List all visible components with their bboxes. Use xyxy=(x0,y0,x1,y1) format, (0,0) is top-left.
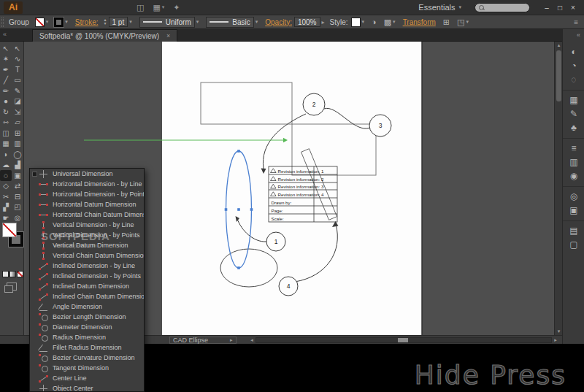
paintbrush-tool[interactable]: ✏ xyxy=(0,85,12,96)
brushes-panel[interactable]: ✎ xyxy=(563,107,584,120)
graphic-styles-panel[interactable]: ▣ xyxy=(563,203,584,217)
chevron-down-icon[interactable]: ▾ xyxy=(129,19,132,25)
menu-option[interactable]: Inclined Chain Datum Dimension xyxy=(30,291,144,301)
rotate-tool[interactable]: ↻ xyxy=(0,107,12,118)
color-panel[interactable]: ◐ xyxy=(563,45,584,58)
isolate-icon[interactable]: ◳ xyxy=(457,18,464,27)
maximize-button[interactable]: □ xyxy=(553,2,566,12)
column-graph-tool[interactable]: ▟ xyxy=(12,160,23,171)
menu-option[interactable]: Horizontal Datum Dimension xyxy=(30,199,144,210)
type-tool[interactable]: T xyxy=(12,64,23,75)
menu-option[interactable]: Radius Dimension xyxy=(30,332,144,342)
fill-color-swatch[interactable] xyxy=(35,18,45,27)
scissors-tool[interactable]: ✂ xyxy=(0,191,12,202)
appearance-panel[interactable]: ◎ xyxy=(563,186,584,203)
pattern-options-panel[interactable]: ◌ xyxy=(563,72,584,86)
chevron-down-icon[interactable]: ▾ xyxy=(46,19,49,25)
chevron-down-icon[interactable]: ▾ xyxy=(256,19,258,25)
scroll-left-icon[interactable]: ◂ xyxy=(248,337,256,343)
menu-option[interactable]: Inclined Dimension - by Line xyxy=(30,261,144,271)
stepper-down-icon[interactable]: ▾ xyxy=(104,22,107,26)
cad-dimension-tool[interactable]: ◌ xyxy=(0,170,12,181)
pencil-tool[interactable]: ✎ xyxy=(12,85,23,96)
artboards-panel[interactable]: ▢ xyxy=(563,237,584,251)
stroke-weight-input[interactable]: 1 pt xyxy=(109,17,128,27)
scale-tool[interactable]: ⇲ xyxy=(12,107,23,118)
menu-option[interactable]: Horizontal Chain Datum Dimension xyxy=(30,210,144,220)
gradient-tool[interactable]: ▥ xyxy=(12,139,23,150)
line-segment-tool[interactable]: ╱ xyxy=(0,75,12,86)
expand-dock-icon[interactable]: « xyxy=(563,29,584,39)
perspective-selection-tool[interactable]: ⊟ xyxy=(12,191,23,202)
menu-option[interactable]: Fillet Radius Dimension xyxy=(30,342,144,353)
stroke-panel-link[interactable]: Stroke: xyxy=(75,18,99,26)
slice-tool[interactable]: ▞ xyxy=(0,202,12,213)
horizontal-scrollbar[interactable]: ◂ ▸ xyxy=(248,337,559,344)
gradient-panel[interactable]: ▥ xyxy=(563,155,584,169)
search-input[interactable] xyxy=(474,3,530,12)
mesh-tool[interactable]: ▦ xyxy=(0,139,12,150)
magic-wand-tool[interactable]: ✶ xyxy=(0,54,12,65)
scroll-right-icon[interactable]: ▸ xyxy=(552,337,559,343)
brush-definition-dropdown[interactable]: Basic xyxy=(206,17,253,28)
vertical-scroll-thumb[interactable] xyxy=(556,50,561,101)
menu-option[interactable]: Inclined Datum Dimension xyxy=(30,281,144,291)
recolor-artwork-icon[interactable]: ◑ xyxy=(372,18,377,26)
stroke-weight-stepper[interactable]: ▴ ▾ xyxy=(104,18,107,26)
panel-grip[interactable] xyxy=(1,18,4,27)
color-mode-button[interactable] xyxy=(2,271,9,277)
align-icon[interactable]: ⊞ xyxy=(443,18,450,27)
tab-close-icon[interactable]: × xyxy=(166,32,170,39)
menu-option[interactable]: Vertical Dimension - by Points xyxy=(30,230,144,240)
chevron-down-icon[interactable]: ▾ xyxy=(393,19,396,25)
lasso-tool[interactable]: ∿ xyxy=(12,54,23,65)
symbols-panel[interactable]: ♣ xyxy=(563,120,584,134)
stroke-color-swatch[interactable] xyxy=(54,18,64,27)
menu-option[interactable]: Vertical Datum Dimension xyxy=(30,240,144,250)
horizontal-scroll-thumb[interactable] xyxy=(398,338,408,342)
menu-option[interactable]: Bezier Curvature Dimension xyxy=(30,353,144,363)
swatches-panel[interactable]: ▦ xyxy=(563,90,584,107)
vertical-scrollbar[interactable]: ▴ ▾ xyxy=(554,42,562,335)
menu-option[interactable]: Diameter Dimension xyxy=(30,322,144,332)
none-mode-button[interactable] xyxy=(17,271,23,277)
transparency-panel[interactable]: ◉ xyxy=(563,169,584,182)
opacity-input[interactable]: 100% xyxy=(294,17,320,27)
direct-selection-tool[interactable]: ↖ xyxy=(12,43,23,54)
artboard-tool[interactable]: ▣ xyxy=(12,170,23,181)
menu-option[interactable]: Object Center xyxy=(30,383,144,392)
close-button[interactable]: × xyxy=(566,2,580,12)
tab-overflow-icon[interactable]: « xyxy=(3,31,7,38)
blob-brush-tool[interactable]: ● xyxy=(0,96,12,107)
menu-option[interactable]: Horizontal Dimension - by Line xyxy=(30,179,144,189)
menu-option[interactable]: Angle Dimension xyxy=(30,301,144,312)
symbol-sprayer-tool[interactable]: ☁ xyxy=(0,160,12,171)
status-flyout-icon[interactable]: ▸ xyxy=(230,337,233,343)
width-profile-dropdown[interactable]: Uniform xyxy=(139,17,195,28)
cad-label-tool[interactable]: ◇ xyxy=(0,181,12,192)
app-logo-icon[interactable]: Ai xyxy=(4,1,23,14)
menu-option[interactable]: Tangent Dimension xyxy=(30,363,144,373)
menu-option[interactable]: Vertical Dimension - by Line xyxy=(30,220,144,230)
menu-option[interactable]: Inclined Dimension - by Points xyxy=(30,271,144,281)
status-indicator[interactable]: CAD Ellipse ▸ xyxy=(169,337,237,344)
transform-panel-link[interactable]: Transform xyxy=(403,18,436,26)
stroke-panel[interactable]: ≡ xyxy=(563,138,584,155)
free-transform-tool[interactable]: ▱ xyxy=(12,118,23,128)
chevron-down-icon[interactable]: ▾ xyxy=(466,19,469,25)
pen-tool[interactable]: ✒ xyxy=(0,64,12,75)
menu-option[interactable]: Universal Dimension xyxy=(30,169,144,179)
workspace-switcher[interactable]: Essentials ▾ xyxy=(418,3,461,12)
cad-connector-tool[interactable]: ⇄ xyxy=(12,181,23,192)
minimize-button[interactable]: – xyxy=(540,2,553,12)
arrange-documents-icon[interactable]: ▦ ▾ xyxy=(153,3,164,12)
print-tiling-tool[interactable]: ◰ xyxy=(12,202,23,213)
rectangle-tool[interactable]: ▭ xyxy=(12,75,23,86)
shape-builder-tool[interactable]: ◫ xyxy=(0,128,12,139)
menu-option[interactable]: Vertical Chain Datum Dimension xyxy=(30,250,144,261)
color-guide-panel[interactable]: ◔ xyxy=(563,58,584,72)
menu-option[interactable]: Bezier Length Dimension xyxy=(30,312,144,322)
draw-mode-button[interactable] xyxy=(7,283,17,291)
menu-option[interactable]: Center Line xyxy=(30,373,144,383)
chevron-down-icon[interactable]: ▾ xyxy=(362,19,365,25)
